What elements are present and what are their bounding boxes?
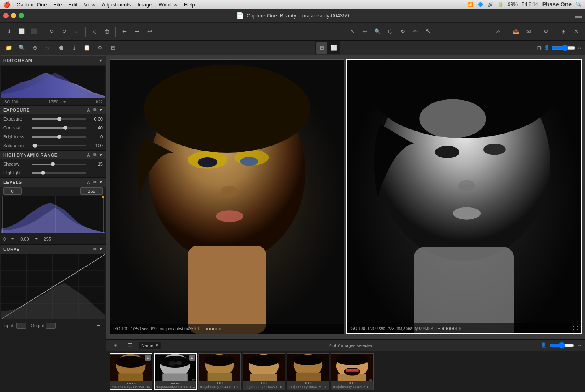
filmstrip-list-btn[interactable]: ☰ [124,340,136,351]
histogram-header[interactable]: HISTOGRAM ▼ [0,56,106,65]
healing-tool[interactable]: ⛏ [422,26,433,37]
saturation-thumb[interactable] [33,144,37,148]
zoom-tool[interactable]: 🔍 [372,26,383,37]
close-button[interactable] [3,13,9,18]
menu-file[interactable]: File [53,2,62,8]
session-btn[interactable]: ⬛ [28,26,40,37]
hdr-auto-btn[interactable]: A [86,153,91,157]
single-view-btn[interactable]: ⬜ [328,42,340,54]
rotate-tool[interactable]: ↻ [397,26,408,37]
lasso-tool[interactable]: ⬡ [384,26,396,37]
undo-btn[interactable]: ⬅ [119,26,130,37]
metadata-btn[interactable]: 📋 [81,42,93,54]
hdr-header[interactable]: HIGH DYNAMIC RANGE A ⧉ ▼ [0,151,106,159]
minimize-button[interactable] [11,13,16,18]
library-panel-btn[interactable]: 📁 [3,42,15,54]
exposure-header[interactable]: EXPOSURE A ⧉ ▼ [0,106,106,114]
mid-point-btn[interactable]: ✒ [32,235,41,243]
filmstrip: ⊞ ☰ Name ▼ 2 of 7 images selected 👤 ↔ ▶ … [106,339,585,392]
process-btn[interactable]: 📤 [510,26,522,37]
brush-tool[interactable]: ✏ [410,26,421,37]
titlebar: 📄 Capture One: Beauty – majabeauty-00435… [0,9,585,23]
film-thumb-3[interactable]: majabeauty-004410.TIF [198,353,241,390]
highlight-track[interactable] [32,172,86,174]
levels-low-input[interactable] [3,187,22,195]
compare-btn[interactable]: ↩ [144,26,155,37]
curve-controls: ⧉ ▼ [93,247,103,252]
menu-window[interactable]: Window [158,2,177,8]
grid-view-btn[interactable]: ⊞ [316,42,327,54]
rotate-cw-btn[interactable]: ↻ [58,26,70,37]
curve-header[interactable]: CURVE ⧉ ▼ [0,245,106,254]
levels-high-input[interactable] [80,187,103,195]
brightness-track[interactable] [32,136,86,138]
close-panel-btn[interactable]: ✕ [570,26,582,37]
shadow-track[interactable] [32,164,86,165]
filter-panel-btn[interactable]: ⊕ [29,42,41,54]
sort-arrow[interactable]: ▼ [155,343,159,347]
tag-btn[interactable]: ⬟ [55,42,67,54]
filmstrip-grid-btn[interactable]: ⊞ [110,340,121,351]
warning-btn[interactable]: ⚠ [493,26,504,37]
apple-logo[interactable]: 🍎 [3,1,10,8]
catalog-btn[interactable]: ⬜ [16,26,27,37]
fullscreen-icon[interactable]: ⛶ [573,325,578,331]
search-panel-btn[interactable]: 🔍 [16,42,28,54]
exposure-auto-btn[interactable]: A [86,108,91,112]
thumb-dots-3 [199,381,240,385]
highlight-thumb[interactable] [41,171,45,175]
dot4 [215,328,217,330]
menu-help[interactable]: Help [184,2,195,8]
reset-btn[interactable]: ⤾ [71,26,82,37]
export-btn[interactable]: ✉ [523,26,534,37]
curve-copy-btn[interactable]: ⧉ [93,247,98,252]
info-btn[interactable]: ℹ [68,42,80,54]
layout-btn[interactable]: ⊞ [558,26,569,37]
hdr-copy-btn[interactable]: ⧉ [93,153,98,157]
film-thumb-5[interactable]: majabeauty-004475.TIF [287,353,329,390]
curve-input-label: Input: [3,323,15,328]
import-btn[interactable]: ⬇ [3,26,15,37]
curve-eyedropper-btn[interactable]: ✒ [95,321,103,330]
menu-edit[interactable]: Edit [68,2,77,8]
contrast-track[interactable] [32,127,86,129]
black-point-btn[interactable]: ✒ [9,235,17,243]
levels-header[interactable]: LEVELS A ⧉ ▼ [0,178,106,187]
exposure-thumb[interactable] [57,117,61,121]
menu-image[interactable]: Image [137,2,152,8]
exposure-track[interactable] [32,118,86,120]
delete-btn[interactable]: 🗑 [101,26,113,37]
redo-btn[interactable]: ➡ [131,26,143,37]
menu-capture-one[interactable]: Capture One [17,2,47,8]
film-thumb-1[interactable]: ▶ 1 majabeauty-004359.TIF [110,353,152,390]
crop-tool[interactable]: ⊕ [359,26,370,37]
settings-btn[interactable]: ⚙ [540,26,552,37]
film-thumb-6[interactable]: majabeauty-004503.TIF ✏ [331,353,374,390]
menu-adjustments[interactable]: Adjustments [102,2,131,8]
plugin-btn[interactable]: ⊞ [107,42,119,54]
star-btn[interactable]: ☆ [42,42,54,54]
tools-btn[interactable]: ⚙ [94,42,106,54]
levels-copy-btn[interactable]: ⧉ [93,180,98,185]
saturation-track[interactable] [32,145,86,146]
search-icon[interactable]: 🔍 [576,2,582,7]
window-controls-right[interactable]: ▬ [575,12,582,19]
levels-auto-btn[interactable]: A [86,180,91,185]
bw-portrait-svg [347,60,581,333]
select-btn[interactable]: ◁ [89,26,100,37]
histogram-svg [1,66,105,98]
brightness-thumb[interactable] [57,135,61,139]
menu-view[interactable]: View [84,2,95,8]
contrast-thumb[interactable] [63,126,67,130]
maximize-button[interactable] [19,13,24,18]
fd2 [129,383,131,384]
film-thumb-4[interactable]: majabeauty-004450.TIF [243,353,285,390]
film-thumb-2[interactable]: 2 majabeauty-004389.TIF ✏ [154,353,197,390]
exposure-copy-btn[interactable]: ⧉ [93,108,98,112]
shadow-thumb[interactable] [51,162,55,166]
zoom-slider[interactable] [551,45,576,51]
levels-mid-val: 0.00 [20,237,29,241]
rotate-ccw-btn[interactable]: ↺ [46,26,57,37]
filmstrip-zoom-slider[interactable] [550,342,574,349]
cursor-tool[interactable]: ↖ [347,26,358,37]
